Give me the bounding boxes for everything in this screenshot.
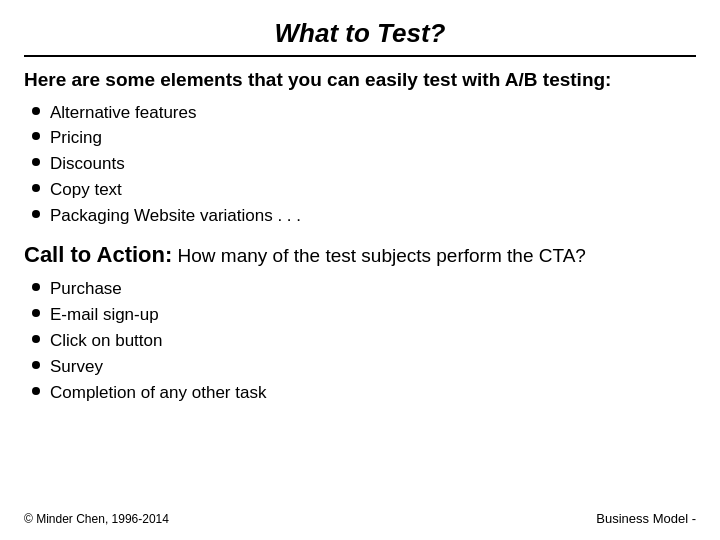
bullet-dot [32,387,40,395]
bullet-dot [32,107,40,115]
bullet-dot [32,283,40,291]
cta-text: How many of the test subjects perform th… [172,245,586,266]
list-item-text: Survey [50,355,103,379]
bullet-dot [32,210,40,218]
list-item: Copy text [32,178,696,202]
list-item: Survey [32,355,696,379]
cta-bold: Call to Action: [24,242,172,267]
list-item-text: Discounts [50,152,125,176]
list-item-text: Copy text [50,178,122,202]
bullet-dot [32,184,40,192]
list-item: E-mail sign-up [32,303,696,327]
intro-text: Here are some elements that you can easi… [24,67,696,93]
list-item: Pricing [32,126,696,150]
footer-label: Business Model - [596,511,696,526]
list-item-text: Click on button [50,329,162,353]
bullet-dot [32,361,40,369]
bullet-dot [32,309,40,317]
list-item-text: Completion of any other task [50,381,266,405]
list-item: Packaging Website variations . . . [32,204,696,228]
list-item-text: Alternative features [50,101,196,125]
list-item: Alternative features [32,101,696,125]
bullet-dot [32,158,40,166]
list-item: Discounts [32,152,696,176]
footer-copyright: © Minder Chen, 1996-2014 [24,512,169,526]
list-item-text: Packaging Website variations . . . [50,204,301,228]
list-item-text: E-mail sign-up [50,303,159,327]
cta-section: Call to Action: How many of the test sub… [24,240,696,270]
list-item: Completion of any other task [32,381,696,405]
list-item-text: Purchase [50,277,122,301]
slide-container: What to Test? Here are some elements tha… [0,0,720,540]
title-section: What to Test? [24,18,696,57]
footer: © Minder Chen, 1996-2014 Business Model … [24,511,696,526]
list-item: Purchase [32,277,696,301]
bullet-dot [32,132,40,140]
slide-title: What to Test? [24,18,696,49]
list-item: Click on button [32,329,696,353]
bullet-dot [32,335,40,343]
bullet-list-section2: Purchase E-mail sign-up Click on button … [32,277,696,406]
list-item-text: Pricing [50,126,102,150]
bullet-list-section1: Alternative features Pricing Discounts C… [32,101,696,230]
